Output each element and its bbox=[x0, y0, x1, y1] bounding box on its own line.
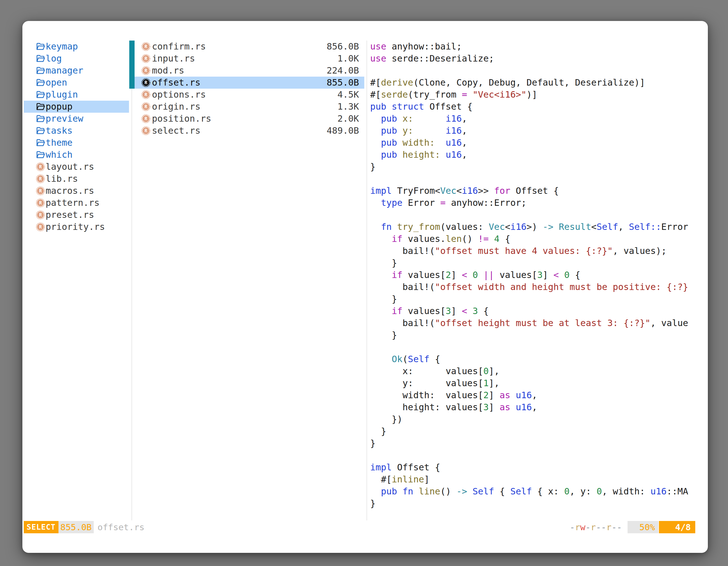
file-row-position.rs[interactable]: Rposition.rs2.0K bbox=[129, 113, 364, 125]
folder-open-icon bbox=[36, 90, 45, 99]
parent-pane-file-layout.rs[interactable]: Rlayout.rs bbox=[24, 161, 129, 173]
code-line: impl TryFrom<Vec<i16>> for Offset { bbox=[370, 185, 559, 197]
item-label: layout.rs bbox=[46, 161, 94, 173]
svg-text:R: R bbox=[39, 176, 42, 182]
status-right-group: -rw-r--r-- 50% 4/8 bbox=[570, 521, 695, 533]
file-row-offset.rs[interactable]: Roffset.rs855.0B bbox=[129, 77, 364, 89]
visual-select-marker bbox=[129, 65, 135, 77]
svg-text:R: R bbox=[39, 200, 42, 206]
status-bar: SELECT 855.0B offset.rs -rw-r--r-- 50% 4… bbox=[24, 521, 695, 533]
parent-pane-dir-preview[interactable]: preview bbox=[24, 113, 129, 125]
rust-file-icon: R bbox=[36, 222, 45, 232]
rust-file-icon: R bbox=[141, 90, 151, 99]
parent-pane-file-priority.rs[interactable]: Rpriority.rs bbox=[24, 221, 129, 233]
item-label: theme bbox=[46, 137, 72, 149]
parent-pane-file-macros.rs[interactable]: Rmacros.rs bbox=[24, 185, 129, 197]
code-line: } bbox=[370, 497, 375, 509]
folder-open-icon bbox=[36, 102, 45, 111]
visual-select-marker bbox=[129, 77, 135, 89]
visual-select-marker bbox=[129, 41, 135, 53]
rust-file-icon: R bbox=[141, 42, 151, 51]
file-name: mod.rs bbox=[152, 65, 184, 77]
code-line: x: values[0], bbox=[370, 365, 499, 377]
code-line: pub x: i16, bbox=[370, 113, 467, 125]
svg-text:R: R bbox=[39, 224, 42, 230]
code-line: pub fn line() -> Self { Self { x: 0, y: … bbox=[370, 485, 688, 497]
mode-badge: SELECT bbox=[24, 521, 58, 533]
item-label: macros.rs bbox=[46, 185, 94, 197]
rust-file-icon: R bbox=[36, 174, 45, 184]
code-line: bail!("offset height must be at least 3:… bbox=[370, 317, 688, 329]
file-preview-pane[interactable]: use anyhow::bail;use serde::Deserialize;… bbox=[370, 41, 703, 520]
code-line: use anyhow::bail; bbox=[370, 41, 462, 53]
file-row-select.rs[interactable]: Rselect.rs489.0B bbox=[129, 125, 364, 137]
item-label: log bbox=[46, 53, 62, 65]
file-row-options.rs[interactable]: Roptions.rs4.5K bbox=[129, 89, 364, 101]
visual-select-marker bbox=[129, 53, 135, 65]
file-name: origin.rs bbox=[152, 101, 200, 113]
code-line: } bbox=[370, 161, 375, 173]
folder-open-icon bbox=[36, 78, 45, 87]
file-name: position.rs bbox=[152, 113, 211, 125]
item-label: popup bbox=[46, 101, 72, 113]
parent-pane-dir-keymap[interactable]: keymap bbox=[24, 41, 129, 53]
svg-text:R: R bbox=[145, 44, 147, 49]
parent-pane-dir-manager[interactable]: manager bbox=[24, 65, 129, 77]
file-size: 1.3K bbox=[337, 101, 359, 113]
svg-text:R: R bbox=[145, 92, 147, 97]
file-row-origin.rs[interactable]: Rorigin.rs1.3K bbox=[129, 101, 364, 113]
parent-pane-file-pattern.rs[interactable]: Rpattern.rs bbox=[24, 197, 129, 209]
svg-text:R: R bbox=[145, 68, 147, 73]
file-size: 856.0B bbox=[327, 41, 359, 53]
code-line: #[serde(try_from = "Vec<i16>")] bbox=[370, 89, 537, 101]
code-line: }) bbox=[370, 413, 403, 425]
rust-file-icon: R bbox=[36, 186, 45, 196]
folder-open-icon bbox=[36, 54, 45, 63]
rust-file-icon: R bbox=[36, 198, 45, 208]
code-line: } bbox=[370, 293, 397, 305]
parent-pane-dir-plugin[interactable]: plugin bbox=[24, 89, 129, 101]
code-line: } bbox=[370, 329, 397, 341]
scroll-percent-chip: 50% bbox=[628, 521, 658, 533]
file-row-input.rs[interactable]: Rinput.rs1.0K bbox=[129, 53, 364, 65]
rust-file-icon: R bbox=[141, 54, 151, 63]
code-line: bail!("offset width and height must be p… bbox=[370, 281, 688, 293]
status-left-group: SELECT 855.0B offset.rs bbox=[24, 521, 145, 533]
parent-pane-dir-theme[interactable]: theme bbox=[24, 137, 129, 149]
parent-pane-file-lib.rs[interactable]: Rlib.rs bbox=[24, 173, 129, 185]
code-line: fn try_from(values: Vec<i16>) -> Result<… bbox=[370, 221, 688, 233]
item-label: plugin bbox=[46, 89, 78, 101]
file-row-mod.rs[interactable]: Rmod.rs224.0B bbox=[129, 65, 364, 77]
parent-pane-file-preset.rs[interactable]: Rpreset.rs bbox=[24, 209, 129, 221]
code-line: pub struct Offset { bbox=[370, 101, 473, 113]
parent-pane-dir-open[interactable]: open bbox=[24, 77, 129, 89]
code-line: pub y: i16, bbox=[370, 125, 467, 137]
code-line: type Error = anyhow::Error; bbox=[370, 197, 527, 209]
item-label: priority.rs bbox=[46, 221, 105, 233]
svg-text:R: R bbox=[145, 56, 147, 61]
code-line: impl Offset { bbox=[370, 461, 440, 473]
item-label: preview bbox=[46, 113, 83, 125]
folder-open-icon bbox=[36, 114, 45, 123]
code-line: bail!("offset must have 4 values: {:?}",… bbox=[370, 245, 667, 257]
parent-pane-dir-which[interactable]: which bbox=[24, 149, 129, 161]
yazi-file-manager-window: keymaplogmanageropenpluginpopuppreviewta… bbox=[22, 21, 708, 553]
cursor-position-chip: 4/8 bbox=[659, 521, 695, 533]
parent-pane-dir-log[interactable]: log bbox=[24, 53, 129, 65]
file-size: 489.0B bbox=[327, 125, 359, 137]
parent-pane-dir-popup[interactable]: popup bbox=[24, 101, 129, 113]
item-label: manager bbox=[46, 65, 83, 77]
file-size: 4.5K bbox=[337, 89, 359, 101]
item-label: preset.rs bbox=[46, 209, 94, 221]
item-label: lib.rs bbox=[46, 173, 78, 185]
item-label: open bbox=[46, 77, 67, 89]
code-line: #[derive(Clone, Copy, Debug, Default, De… bbox=[370, 77, 645, 89]
file-row-confirm.rs[interactable]: Rconfirm.rs856.0B bbox=[129, 41, 364, 53]
item-label: tasks bbox=[46, 125, 72, 137]
file-name: offset.rs bbox=[152, 77, 200, 89]
file-size-chip: 855.0B bbox=[58, 521, 94, 533]
rust-file-icon: R bbox=[141, 102, 151, 111]
parent-pane-dir-tasks[interactable]: tasks bbox=[24, 125, 129, 137]
svg-text:R: R bbox=[39, 188, 42, 194]
code-line: y: values[1], bbox=[370, 377, 499, 389]
